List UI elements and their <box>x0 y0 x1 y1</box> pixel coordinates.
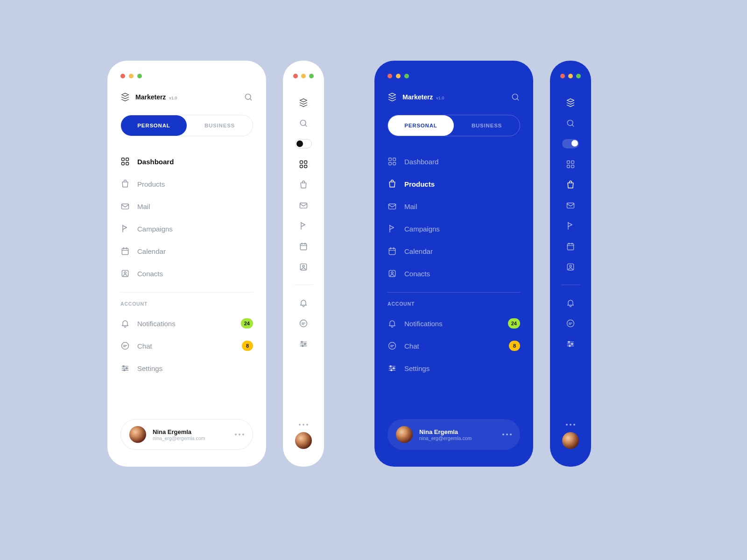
tab-personal[interactable]: PERSONAL <box>388 115 454 136</box>
theme-toggle[interactable] <box>550 133 591 154</box>
bag-icon <box>388 179 397 189</box>
nav-settings[interactable] <box>550 334 591 354</box>
nav-label: Settings <box>404 364 430 372</box>
calendar-icon <box>120 246 130 256</box>
brand-button[interactable] <box>550 92 591 113</box>
nav-campaigns[interactable] <box>550 216 591 236</box>
more-icon[interactable] <box>235 434 244 435</box>
nav-chat[interactable] <box>283 313 324 334</box>
nav-mail[interactable]: Mail <box>388 195 520 217</box>
brand-button[interactable] <box>283 92 324 113</box>
tab-personal[interactable]: PERSONAL <box>121 115 187 136</box>
tab-business[interactable]: BUSINESS <box>187 115 253 136</box>
nav-contacts[interactable] <box>283 257 324 277</box>
nav-notifications[interactable] <box>550 293 591 313</box>
nav-calendar[interactable]: Calendar <box>120 240 253 262</box>
more-icon[interactable] <box>299 424 308 426</box>
search-icon <box>566 119 575 128</box>
search-icon[interactable] <box>244 92 253 102</box>
maximize-dot[interactable] <box>576 74 581 78</box>
nav-settings[interactable]: Settings <box>388 357 520 379</box>
nav-label: Dashboard <box>137 158 174 166</box>
nav-label: Dashboard <box>404 158 438 166</box>
mail-icon <box>299 201 308 210</box>
nav-calendar[interactable]: Calendar <box>388 240 520 262</box>
nav-settings[interactable] <box>283 334 324 354</box>
user-icon <box>299 262 308 272</box>
notifications-badge: 24 <box>241 318 253 329</box>
nav-products[interactable]: Products <box>388 173 520 195</box>
nav-chat[interactable]: Chat <box>120 341 152 350</box>
nav-products[interactable] <box>283 175 324 195</box>
user-email: nina_erg@ergemla.com <box>419 435 496 441</box>
mail-icon <box>120 202 130 211</box>
nav-notifications[interactable] <box>283 293 324 313</box>
nav-campaigns[interactable] <box>283 216 324 236</box>
search-button[interactable] <box>283 113 324 133</box>
nav-mail[interactable] <box>283 195 324 216</box>
search-button[interactable] <box>550 113 591 133</box>
theme-toggle[interactable] <box>283 133 324 154</box>
nav-label: Calendar <box>137 247 166 255</box>
close-dot[interactable] <box>388 74 392 78</box>
divider <box>561 285 580 285</box>
search-icon[interactable] <box>511 92 520 102</box>
nav-contacts[interactable]: Conacts <box>388 262 520 285</box>
close-dot[interactable] <box>120 74 125 78</box>
nav-mail[interactable]: Mail <box>120 195 253 217</box>
minimize-dot[interactable] <box>396 74 401 78</box>
brand-name: Marketerz <box>402 93 433 101</box>
close-dot[interactable] <box>293 74 298 78</box>
minimize-dot[interactable] <box>129 74 134 78</box>
nav-label: Notifications <box>404 320 443 328</box>
tab-business[interactable]: BUSINESS <box>454 115 520 136</box>
avatar-button[interactable] <box>562 432 579 449</box>
nav-dashboard[interactable] <box>550 154 591 175</box>
sidebar-dark-collapsed <box>550 61 591 467</box>
mail-icon <box>388 202 397 211</box>
nav-label: Campaigns <box>404 225 440 233</box>
nav-products[interactable]: Products <box>120 173 253 195</box>
primary-nav: Dashboard Products Mail Campaigns Calend… <box>388 150 520 285</box>
maximize-dot[interactable] <box>137 74 142 78</box>
nav-contacts[interactable] <box>550 257 591 277</box>
grid-icon <box>299 160 308 169</box>
user-card[interactable]: Nina Ergemla nina_erg@ergemla.com <box>388 419 520 450</box>
layers-icon <box>566 98 575 107</box>
close-dot[interactable] <box>560 74 565 78</box>
nav-dashboard[interactable]: Dashboard <box>120 150 253 173</box>
nav-campaigns[interactable]: Campaigns <box>120 217 253 240</box>
brand: Marketerz v1.0 <box>120 92 177 102</box>
nav-campaigns[interactable]: Campaigns <box>388 217 520 240</box>
nav-label: Products <box>137 180 165 188</box>
nav-chat[interactable]: Chat <box>388 341 419 350</box>
nav-calendar[interactable] <box>283 236 324 257</box>
user-card[interactable]: Nina Ergemla nina_erg@ergemla.com <box>120 419 253 450</box>
nav-chat[interactable] <box>550 313 591 334</box>
section-account-label: ACCOUNT <box>120 301 253 307</box>
bag-icon <box>566 180 575 189</box>
minimize-dot[interactable] <box>301 74 306 78</box>
avatar-button[interactable] <box>295 432 312 449</box>
nav-dashboard[interactable]: Dashboard <box>388 150 520 173</box>
more-icon[interactable] <box>566 424 575 426</box>
nav-calendar[interactable] <box>550 236 591 257</box>
nav-label: Mail <box>404 203 417 210</box>
nav-settings[interactable]: Settings <box>120 357 253 379</box>
more-icon[interactable] <box>502 434 512 435</box>
chat-icon <box>566 319 575 328</box>
traffic-lights <box>388 74 520 78</box>
notifications-badge: 24 <box>508 318 520 329</box>
minimize-dot[interactable] <box>568 74 573 78</box>
nav-products[interactable] <box>550 175 591 195</box>
sliders-icon <box>299 339 308 349</box>
nav-contacts[interactable]: Conacts <box>120 262 253 285</box>
maximize-dot[interactable] <box>309 74 314 78</box>
nav-notifications[interactable]: Notifications <box>120 319 176 328</box>
nav-label: Products <box>404 180 435 188</box>
maximize-dot[interactable] <box>404 74 409 78</box>
nav-label: Chat <box>404 342 419 350</box>
nav-mail[interactable] <box>550 195 591 216</box>
nav-notifications[interactable]: Notifications <box>388 319 443 328</box>
nav-dashboard[interactable] <box>283 154 324 175</box>
